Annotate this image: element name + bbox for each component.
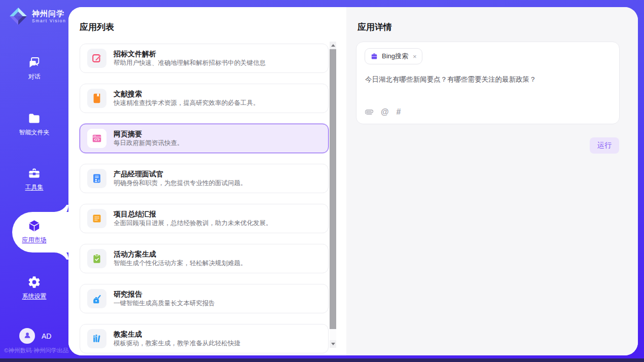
brand-text: 神州问学 Smart Vision — [32, 9, 66, 23]
app-icon-box — [87, 249, 106, 268]
sidebar-item-settings[interactable]: 系统设置 — [0, 275, 68, 301]
content-area: 应用列表 招标文件解析帮助用户快速、准确地理解和解析招标书中的关键信息文献搜索快… — [68, 7, 638, 355]
user-name: AD — [42, 332, 51, 340]
brand-logo: 神州问学 Smart Vision — [8, 6, 66, 26]
app-card-desc: 帮助用户快速、准确地理解和解析招标书中的关键信息 — [114, 60, 266, 66]
app-icon-box — [87, 89, 106, 108]
app-icon-box — [87, 329, 106, 348]
list-scrollbar[interactable] — [330, 42, 336, 348]
sidebar-item-app-market[interactable]: 应用市场 — [0, 219, 68, 244]
toolbox-icon — [27, 166, 41, 180]
app-window: 神州问学 Smart Vision 对话智能文件夹工具集应用市场系统设置 AD … — [0, 0, 644, 362]
app-card-title: 文献搜索 — [114, 90, 260, 97]
at-icon[interactable]: @ — [381, 108, 389, 116]
app-icon-box — [87, 209, 106, 228]
gem-logo-icon — [8, 6, 28, 26]
sidebar-item-smart-folder[interactable]: 智能文件夹 — [0, 112, 68, 137]
ink-icon — [91, 293, 102, 304]
app-card-desc: 智能生成个性化活动方案，轻松解决规划难题。 — [114, 260, 247, 267]
books-icon — [91, 333, 102, 344]
app-icon-box — [87, 169, 106, 188]
scrollbar-up-arrow[interactable] — [330, 42, 336, 49]
app-card-bid-document-analysis[interactable]: 招标文件解析帮助用户快速、准确地理解和解析招标书中的关键信息 — [80, 44, 329, 73]
book-icon — [91, 93, 102, 104]
app-card-title: 招标文件解析 — [114, 50, 266, 57]
note-icon — [91, 213, 102, 224]
app-icon-box — [87, 49, 106, 68]
app-card-desc: 模板驱动，教案生成，教学准备从此轻松快捷 — [114, 340, 240, 347]
app-card-desc: 每日政府新闻资讯快查。 — [114, 140, 184, 147]
scrollbar-down-arrow[interactable] — [330, 340, 336, 348]
app-card-desc: 快速精准查找学术资源，提高研究效率的必备工具。 — [114, 100, 260, 106]
user-account[interactable]: AD — [19, 328, 51, 344]
sidebar-item-label: 智能文件夹 — [19, 128, 50, 137]
app-card-title: 项目总结汇报 — [114, 210, 272, 218]
app-card-research-report[interactable]: 研究报告一键智能生成高质量长文本研究报告 — [80, 284, 329, 313]
app-card-web-summary[interactable]: 网页摘要每日政府新闻资讯快查。 — [80, 124, 329, 153]
sidebar-item-label: 工具集 — [25, 183, 44, 192]
brand-subtitle: Smart Vision — [32, 18, 66, 23]
app-card-title: 教案生成 — [114, 331, 240, 338]
app-card-text: 项目总结汇报全面回顾项目进展，总结经验教训，助力未来优化发展。 — [114, 210, 272, 227]
app-card-title: 活动方案生成 — [114, 250, 247, 258]
avatar — [19, 328, 35, 344]
paperclip-icon[interactable] — [365, 108, 373, 116]
app-list-panel: 应用列表 招标文件解析帮助用户快速、准确地理解和解析招标书中的关键信息文献搜索快… — [68, 7, 346, 355]
sidebar-item-label: 应用市场 — [22, 236, 47, 244]
hash-icon[interactable]: # — [397, 108, 401, 116]
sidebar-item-chat[interactable]: 对话 — [0, 56, 68, 81]
interview-icon — [91, 173, 102, 184]
app-card-activity-plan[interactable]: 活动方案生成智能生成个性化活动方案，轻松解决规划难题。 — [80, 244, 329, 273]
app-card-literature-search[interactable]: 文献搜索快速精准查找学术资源，提高研究效率的必备工具。 — [80, 84, 329, 113]
app-card-pm-interviewer[interactable]: 产品经理面试官明确身份和职责，为您提供专业性的面试问题。 — [80, 164, 329, 193]
app-card-text: 活动方案生成智能生成个性化活动方案，轻松解决规划难题。 — [114, 250, 247, 267]
app-card-text: 招标文件解析帮助用户快速、准确地理解和解析招标书中的关键信息 — [114, 50, 266, 66]
sidebar-item-label: 对话 — [28, 73, 41, 81]
bottom-edge-strip — [0, 358, 644, 362]
app-card-text: 教案生成模板驱动，教案生成，教学准备从此轻松快捷 — [114, 331, 240, 347]
app-detail-title: 应用详情 — [357, 21, 392, 33]
user-icon — [23, 331, 32, 342]
app-card-desc: 明确身份和职责，为您提供专业性的面试问题。 — [114, 180, 247, 187]
app-card-text: 文献搜索快速精准查找学术资源，提高研究效率的必备工具。 — [114, 90, 260, 106]
app-icon-box — [87, 129, 106, 148]
app-card-text: 网页摘要每日政府新闻资讯快查。 — [114, 130, 184, 147]
tag-close-icon[interactable]: × — [413, 53, 417, 60]
run-button[interactable]: 运行 — [590, 137, 619, 154]
sidebar-item-toolset[interactable]: 工具集 — [0, 166, 68, 192]
copyright-text: ©神州数码·神州问学出品 — [4, 347, 68, 354]
cube-icon — [27, 219, 41, 233]
app-card-desc: 一键智能生成高质量长文本研究报告 — [114, 300, 215, 307]
app-card-text: 研究报告一键智能生成高质量长文本研究报告 — [114, 291, 215, 307]
sidebar-item-label: 系统设置 — [22, 292, 47, 301]
folder-icon — [27, 112, 41, 125]
app-card-title: 产品经理面试官 — [114, 170, 247, 177]
briefcase-icon — [370, 52, 378, 60]
app-card-desc: 全面回顾项目进展，总结经验教训，助力未来优化发展。 — [114, 220, 272, 227]
browser-code-icon — [91, 133, 102, 144]
app-card-title: 研究报告 — [114, 291, 215, 298]
sidebar: 神州问学 Smart Vision 对话智能文件夹工具集应用市场系统设置 AD … — [0, 0, 68, 362]
app-icon-box — [87, 289, 106, 308]
brand-name: 神州问学 — [32, 9, 66, 18]
scrollbar-thumb[interactable] — [330, 49, 336, 329]
edit-square-icon — [91, 53, 102, 64]
chat-icon — [27, 56, 41, 69]
app-card-title: 网页摘要 — [114, 130, 184, 137]
gear-icon — [27, 275, 41, 289]
clipboard-check-icon — [91, 253, 102, 264]
tool-tag-label: Bing搜索 — [382, 52, 408, 61]
input-toolbar: @# — [365, 108, 401, 116]
app-card-lesson-plan[interactable]: 教案生成模板驱动，教案生成，教学准备从此轻松快捷 — [80, 324, 329, 353]
tool-tag-bing-search[interactable]: Bing搜索 × — [365, 48, 422, 64]
prompt-input-card[interactable]: Bing搜索 × 今日湖北有哪些新闻要点？有哪些需要关注的最新政策？ @# — [356, 42, 620, 124]
app-list-title: 应用列表 — [80, 21, 114, 33]
app-card-project-summary[interactable]: 项目总结汇报全面回顾项目进展，总结经验教训，助力未来优化发展。 — [80, 204, 329, 233]
app-detail-panel: 应用详情 Bing搜索 × 今日湖北有哪些新闻要点？有哪些需要关注的最新政策？ … — [346, 7, 638, 355]
app-card-text: 产品经理面试官明确身份和职责，为您提供专业性的面试问题。 — [114, 170, 247, 187]
prompt-text[interactable]: 今日湖北有哪些新闻要点？有哪些需要关注的最新政策？ — [365, 75, 611, 85]
